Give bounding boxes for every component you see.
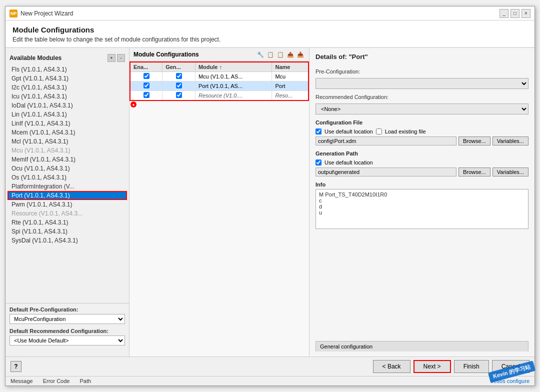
module-list-item[interactable]: Lin (V1.0.1, AS4.3.1) — [8, 110, 127, 119]
use-default-gen-checkbox[interactable] — [316, 160, 322, 166]
module-list-item[interactable]: IoDal (V1.0.1, AS4.3.1) — [8, 101, 127, 110]
enabled-cell[interactable] — [130, 72, 162, 82]
col-module: Module ↑ — [195, 62, 272, 72]
table-row[interactable]: Resource (V1.0....Reso... — [130, 91, 308, 101]
module-list-item[interactable]: Mcu (V1.0.1, AS4.3.1) — [8, 146, 127, 155]
module-list: Fls (V1.0.1, AS4.3.1)Gpt (V1.0.1, AS4.3.… — [6, 65, 129, 303]
use-default-location-gen-row[interactable]: Use default location — [316, 160, 528, 166]
generation-path-section: Generation Path Use default location Bro… — [316, 150, 528, 176]
use-default-location-config-row[interactable]: Use default location Load existing file — [316, 128, 528, 134]
enabled-cell[interactable] — [130, 82, 162, 91]
info-box: M Port_TS_T40D2M10I1R0 c d u — [316, 189, 528, 229]
module-list-item[interactable]: Gpt (V1.0.1, AS4.3.1) — [8, 74, 127, 83]
next-button[interactable]: Next > — [414, 360, 451, 373]
module-cell: Mcu (V1.0.1, AS... — [195, 72, 272, 82]
finish-button[interactable]: Finish — [454, 360, 489, 373]
enabled-cell[interactable] — [130, 91, 162, 101]
expand-icon[interactable]: + — [108, 54, 116, 62]
general-config-tab[interactable]: General configuration — [316, 341, 528, 352]
module-list-item[interactable]: I2c (V1.0.1, AS4.3.1) — [8, 83, 127, 92]
gen-cell[interactable] — [162, 72, 196, 82]
page-header: Module Configurations Edit the table bel… — [6, 20, 534, 48]
info-text-line2: c — [319, 198, 525, 204]
col-name: Name — [272, 62, 308, 72]
default-recommended-dropdown[interactable]: <Use Module Default> — [10, 336, 125, 346]
load-existing-label: Load existing file — [385, 128, 426, 134]
collapse-icon[interactable]: - — [117, 54, 125, 62]
gen-path-input[interactable] — [316, 168, 456, 176]
gen-path-row: Browse... Variables... — [316, 168, 528, 176]
pre-config-section: Pre-Configuration: — [316, 68, 528, 89]
panel-icons[interactable]: + - — [108, 54, 125, 62]
table-row[interactable]: Mcu (V1.0.1, AS...Mcu — [130, 72, 308, 82]
module-list-item[interactable]: Rte (V1.0.1, AS4.3.1) — [8, 218, 127, 227]
pre-config-label: Pre-Configuration: — [316, 68, 528, 74]
close-button[interactable]: × — [522, 9, 530, 18]
browse-gen-button[interactable]: Browse... — [458, 168, 490, 176]
module-list-item[interactable]: Resource (V1.0.1, AS4.3... — [8, 209, 127, 218]
left-panel: Available Modules + - Fls (V1.0.1, AS4.3… — [6, 48, 130, 356]
variables-gen-button[interactable]: Variables... — [492, 168, 528, 176]
right-panel: Details of: "Port" Pre-Configuration: Re… — [310, 48, 534, 356]
recommended-config-dropdown[interactable]: <None> — [316, 104, 528, 114]
generation-path-label: Generation Path — [316, 150, 528, 156]
module-list-item[interactable]: MemIf (V1.0.1, AS4.3.1) — [8, 155, 127, 164]
window-controls[interactable]: _ □ × — [500, 9, 530, 18]
info-text-line1: M Port_TS_T40D2M10I1R0 — [319, 192, 525, 198]
gen-cell[interactable] — [162, 82, 196, 91]
default-recommended-label: Default Recommended Configuration: — [10, 328, 125, 334]
middle-header: Module Configurations 🔧 📋 📋 📤 📥 — [130, 48, 309, 62]
bottom-bar-left[interactable]: ? — [10, 361, 22, 372]
module-list-item[interactable]: LinIf (V1.0.1, AS4.3.1) — [8, 119, 127, 128]
module-list-item[interactable]: SysDal (V1.0.1, AS4.3.1) — [8, 236, 127, 245]
bottom-bar: ? < Back Next > Finish Cancel — [6, 356, 534, 376]
load-existing-checkbox[interactable] — [376, 128, 382, 134]
pre-config-dropdown[interactable] — [316, 78, 528, 89]
info-text-line4: u — [319, 210, 525, 216]
module-list-item[interactable]: Icu (V1.0.1, AS4.3.1) — [8, 92, 127, 101]
gen-cell[interactable] — [162, 91, 196, 101]
table-row[interactable]: Port (V1.0.1, AS...Port — [130, 82, 308, 91]
edit-icon[interactable]: 🔧 — [256, 50, 265, 59]
minimize-button[interactable]: _ — [500, 9, 508, 18]
config-file-path-row: Browse... Variables... — [316, 136, 528, 146]
use-default-config-checkbox[interactable] — [316, 128, 322, 134]
info-text-line3: d — [319, 204, 525, 210]
default-pre-config-label: Default Pre-Configuration: — [10, 306, 125, 312]
tresos-label: tresos configure — [490, 378, 530, 384]
export-icon[interactable]: 📤 — [286, 50, 295, 59]
cancel-button[interactable]: Cancel — [492, 360, 530, 373]
table-header-row: Ena... Gen... Module ↑ Name — [130, 62, 308, 72]
window-title: New Project Wizard — [20, 10, 73, 17]
back-button[interactable]: < Back — [373, 360, 410, 373]
copy-icon[interactable]: 📋 — [266, 50, 275, 59]
app-icon: NP — [10, 10, 18, 18]
module-list-item[interactable]: Pwm (V1.0.1, AS4.3.1) — [8, 200, 127, 209]
paste-icon[interactable]: 📋 — [276, 50, 285, 59]
module-list-item[interactable]: PlatformIntegration (V... — [8, 182, 127, 191]
toolbar-icons[interactable]: 🔧 📋 📋 📤 📥 — [256, 50, 305, 59]
recommended-config-section: Recommended Configuration: <None> — [316, 94, 528, 114]
error-code-label: Error Code — [43, 378, 70, 384]
variables-config-button[interactable]: Variables... — [492, 136, 528, 146]
module-list-item[interactable]: Port (V1.0.1, AS4.3.1) — [8, 191, 127, 200]
import-icon[interactable]: 📥 — [296, 50, 305, 59]
module-list-item[interactable]: Fls (V1.0.1, AS4.3.1) — [8, 65, 127, 74]
module-list-item[interactable]: Mcl (V1.0.1, AS4.3.1) — [8, 137, 127, 146]
module-list-item[interactable]: Ocu (V1.0.1, AS4.3.1) — [8, 164, 127, 173]
help-button[interactable]: ? — [10, 361, 22, 372]
module-list-item[interactable]: Spi (V1.0.1, AS4.3.1) — [8, 227, 127, 236]
module-list-item[interactable]: Os (V1.0.1, AS4.3.1) — [8, 173, 127, 182]
info-label: Info — [316, 182, 528, 188]
path-label: Path — [80, 378, 91, 384]
default-pre-config-dropdown[interactable]: McuPreConfiguration — [10, 314, 125, 324]
config-file-path-input[interactable] — [316, 136, 456, 146]
available-modules-header: Available Modules + - — [6, 52, 129, 65]
maximize-button[interactable]: □ — [510, 9, 520, 18]
main-content: Available Modules + - Fls (V1.0.1, AS4.3… — [6, 48, 534, 356]
title-bar: NP New Project Wizard _ □ × — [6, 6, 534, 20]
browse-config-button[interactable]: Browse... — [458, 136, 490, 146]
bottom-bar-right[interactable]: < Back Next > Finish Cancel — [373, 360, 530, 373]
page-title: Module Configurations — [12, 26, 528, 34]
module-list-item[interactable]: Mcem (V1.0.1, AS4.3.1) — [8, 128, 127, 137]
